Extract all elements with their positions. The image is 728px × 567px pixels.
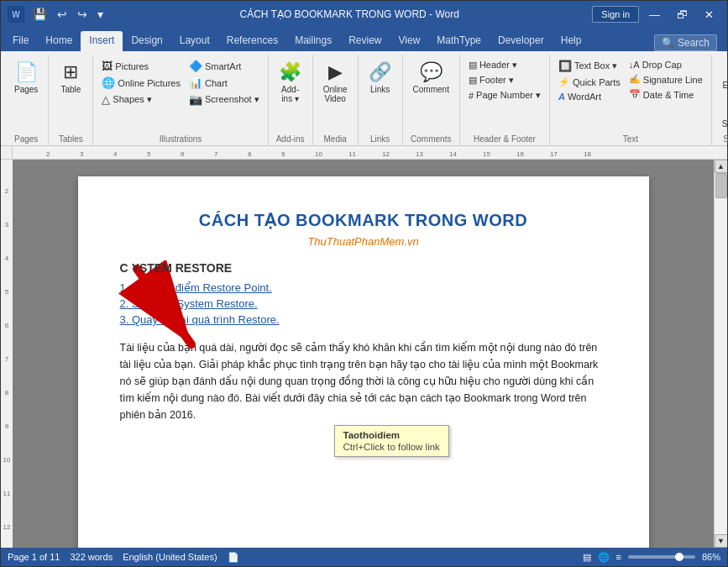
svg-text:8: 8	[5, 389, 9, 396]
page-info: Page 1 of 11	[8, 552, 60, 562]
scroll-up-button[interactable]: ▲	[715, 160, 728, 173]
scroll-down-button[interactable]: ▼	[715, 534, 728, 548]
scroll-thumb[interactable]	[715, 173, 727, 198]
ruler-svg: 2 3 4 5 6 7 8 9 10 11 12 13 14 15 16 17 …	[13, 146, 727, 160]
addins-button[interactable]: 🧩 Add-ins ▾	[274, 58, 307, 107]
screenshot-button[interactable]: 📷 Screenshot ▾	[186, 92, 263, 108]
tab-layout[interactable]: Layout	[171, 31, 218, 51]
media-group-label: Media	[318, 132, 353, 145]
svg-text:15: 15	[483, 150, 490, 158]
tab-mathtype[interactable]: MathType	[428, 31, 490, 51]
ribbon-group-links: 🔗 Links Links	[359, 55, 403, 145]
ribbon-group-symbols: π Equation Ω Symbol ▾ Symbols	[712, 55, 728, 145]
svg-text:13: 13	[416, 150, 423, 158]
tab-design[interactable]: Design	[123, 31, 170, 51]
app-window: W 💾 ↩ ↪ ▾ CÁCH TẠO BOOKMARK TRONG WORD -…	[0, 0, 728, 567]
comment-button[interactable]: 💬 Comment	[408, 58, 454, 97]
pages-button[interactable]: 📄 Pages	[9, 58, 43, 97]
wordart-button[interactable]: A WordArt	[555, 90, 624, 103]
tab-review[interactable]: Review	[340, 31, 390, 51]
vruler-svg: 2 3 4 5 6 7 8 9 10 11 12 13	[1, 160, 13, 548]
tab-file[interactable]: File	[4, 31, 37, 51]
table-button[interactable]: ⊞ Table	[54, 58, 87, 97]
links-button[interactable]: 🔗 Links	[364, 58, 397, 97]
symbol-label: Symbol ▾	[722, 119, 728, 129]
chart-label: Chart	[205, 78, 228, 88]
tab-references[interactable]: References	[218, 31, 286, 51]
online-pictures-button[interactable]: 🌐 Online Pictures	[98, 75, 184, 91]
links-group-label: Links	[364, 132, 397, 145]
text-group-label: Text	[555, 132, 706, 145]
links-label: Links	[370, 85, 390, 94]
header-button[interactable]: ▤ Header ▾	[465, 58, 544, 72]
online-pictures-icon: 🌐	[102, 76, 115, 89]
smartart-button[interactable]: 🔷 SmartArt	[186, 58, 263, 74]
illustrations-col1: 🖼 Pictures 🌐 Online Pictures △ Shapes ▾	[98, 58, 184, 108]
tab-developer[interactable]: Developer	[490, 31, 553, 51]
vertical-scrollbar[interactable]: ▲ ▼	[714, 160, 727, 548]
equation-label: Equation	[723, 81, 728, 90]
ribbon-group-illustrations: 🖼 Pictures 🌐 Online Pictures △ Shapes ▾ …	[93, 55, 268, 145]
smartart-icon: 🔷	[189, 60, 202, 72]
undo-button[interactable]: ↩	[54, 6, 71, 23]
quickparts-button[interactable]: ⚡ Quick Parts	[555, 75, 624, 89]
window-title: CÁCH TẠO BOOKMARK TRONG WORD - Word	[107, 8, 592, 20]
textbox-label: Text Box ▾	[574, 60, 617, 71]
close-button[interactable]: ✕	[698, 7, 720, 23]
tab-view[interactable]: View	[390, 31, 429, 51]
tab-insert[interactable]: Insert	[81, 31, 123, 51]
tables-group-label: Tables	[54, 132, 87, 145]
header-footer-group-label: Header & Footer	[465, 132, 544, 145]
addins-icon: 🧩	[279, 61, 301, 83]
minimize-button[interactable]: —	[642, 7, 667, 23]
zoom-thumb[interactable]	[675, 553, 683, 561]
online-video-button[interactable]: ▶ OnlineVideo	[318, 58, 353, 107]
chart-button[interactable]: 📊 Chart	[186, 75, 263, 91]
tab-mailings[interactable]: Mailings	[286, 31, 340, 51]
search-box[interactable]: 🔍 Search	[654, 34, 717, 51]
svg-text:2: 2	[46, 150, 50, 158]
horizontal-ruler: 2 3 4 5 6 7 8 9 10 11 12 13 14 15 16 17 …	[13, 146, 727, 160]
signatureline-button[interactable]: ✍ Signature Line	[626, 72, 706, 87]
scroll-track[interactable]	[715, 173, 727, 534]
tab-help[interactable]: Help	[553, 31, 590, 51]
document-title-text: CÁCH TẠO BOOKMARK TRONG WORD - Word	[240, 8, 459, 20]
ribbon-group-media: ▶ OnlineVideo Media	[313, 55, 359, 145]
status-left: Page 1 of 11 322 words English (United S…	[8, 552, 239, 563]
view-normal-icon[interactable]: ▤	[583, 552, 591, 563]
shapes-button[interactable]: △ Shapes ▾	[98, 92, 184, 108]
view-web-icon[interactable]: 🌐	[598, 552, 610, 563]
customize-qa-button[interactable]: ▾	[94, 6, 107, 23]
dropcap-button[interactable]: ↓A Drop Cap	[626, 58, 706, 71]
zoom-slider[interactable]	[628, 555, 695, 559]
symbol-button[interactable]: Ω Symbol ▾	[717, 97, 728, 132]
table-icon: ⊞	[63, 61, 78, 83]
svg-text:11: 11	[3, 490, 11, 497]
page-number-button[interactable]: # Page Number ▾	[465, 88, 544, 102]
svg-text:2: 2	[5, 187, 9, 195]
svg-text:7: 7	[214, 150, 218, 158]
addins-label: Add-ins ▾	[281, 85, 299, 103]
svg-text:10: 10	[3, 456, 11, 464]
status-right: ▤ 🌐 ≡ 86%	[583, 552, 720, 563]
title-bar: W 💾 ↩ ↪ ▾ CÁCH TẠO BOOKMARK TRONG WORD -…	[1, 1, 727, 28]
datetime-label: Date & Time	[643, 90, 694, 100]
datetime-button[interactable]: 📅 Date & Time	[626, 87, 706, 102]
redo-button[interactable]: ↪	[74, 6, 91, 23]
svg-text:11: 11	[348, 150, 356, 158]
pictures-button[interactable]: 🖼 Pictures	[98, 58, 184, 74]
equation-button[interactable]: π Equation	[717, 58, 728, 93]
save-button[interactable]: 💾	[29, 6, 50, 23]
dropcap-label: Drop Cap	[642, 60, 682, 70]
sign-in-button[interactable]: Sign in	[592, 6, 639, 23]
svg-text:5: 5	[147, 150, 151, 158]
chart-icon: 📊	[189, 76, 202, 89]
svg-text:9: 9	[281, 150, 285, 158]
textbox-button[interactable]: 🔲 Text Box ▾	[555, 58, 624, 74]
tab-home[interactable]: Home	[37, 31, 81, 51]
restore-button[interactable]: 🗗	[670, 7, 694, 23]
pages-group-label: Pages	[9, 132, 43, 145]
footer-button[interactable]: ▤ Footer ▾	[465, 73, 544, 87]
view-outline-icon[interactable]: ≡	[616, 552, 621, 562]
dropcap-icon: ↓A	[629, 60, 640, 70]
